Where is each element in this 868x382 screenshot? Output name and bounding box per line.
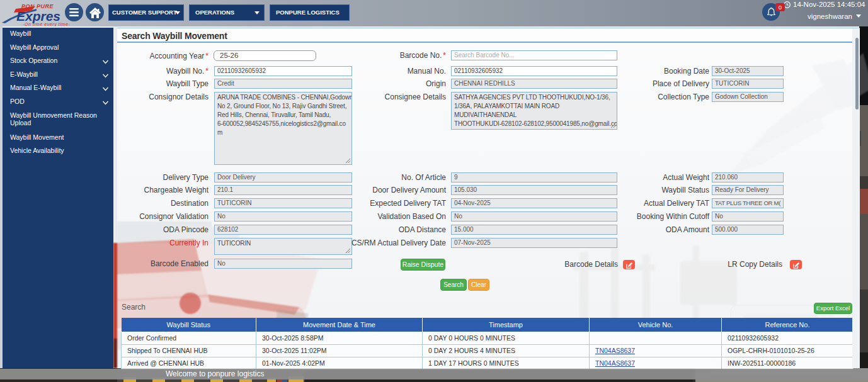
svg-text:-On time every time-: -On time every time- [23,22,70,26]
svg-text:Expres: Expres [16,9,60,23]
